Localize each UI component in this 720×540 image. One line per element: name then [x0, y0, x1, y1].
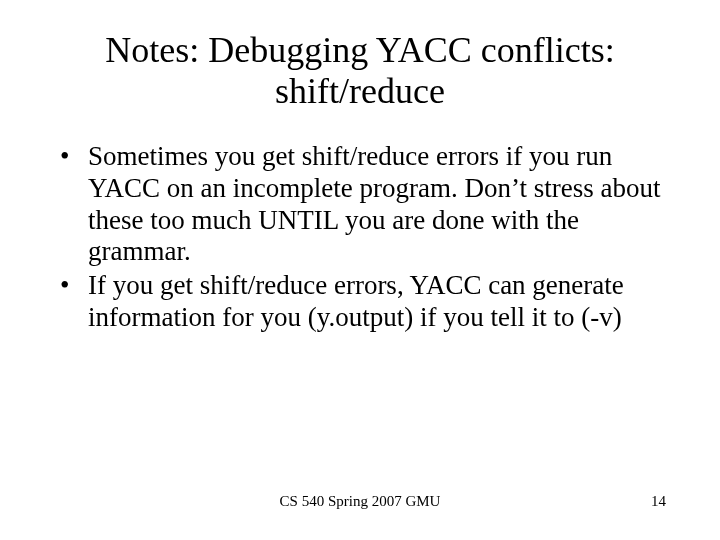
list-item: Sometimes you get shift/reduce errors if…	[54, 141, 666, 268]
bullet-text: Sometimes you get shift/reduce errors if…	[88, 141, 660, 267]
title-line-1: Notes: Debugging YACC conflicts:	[105, 30, 615, 70]
slide-number: 14	[651, 493, 666, 510]
footer-center: CS 540 Spring 2007 GMU	[0, 493, 720, 510]
title-line-2: shift/reduce	[275, 71, 445, 111]
list-item: If you get shift/reduce errors, YACC can…	[54, 270, 666, 334]
bullet-list: Sometimes you get shift/reduce errors if…	[54, 141, 666, 334]
slide: Notes: Debugging YACC conflicts: shift/r…	[0, 0, 720, 540]
slide-title: Notes: Debugging YACC conflicts: shift/r…	[0, 0, 720, 113]
slide-body: Sometimes you get shift/reduce errors if…	[0, 113, 720, 334]
bullet-text: If you get shift/reduce errors, YACC can…	[88, 270, 624, 332]
